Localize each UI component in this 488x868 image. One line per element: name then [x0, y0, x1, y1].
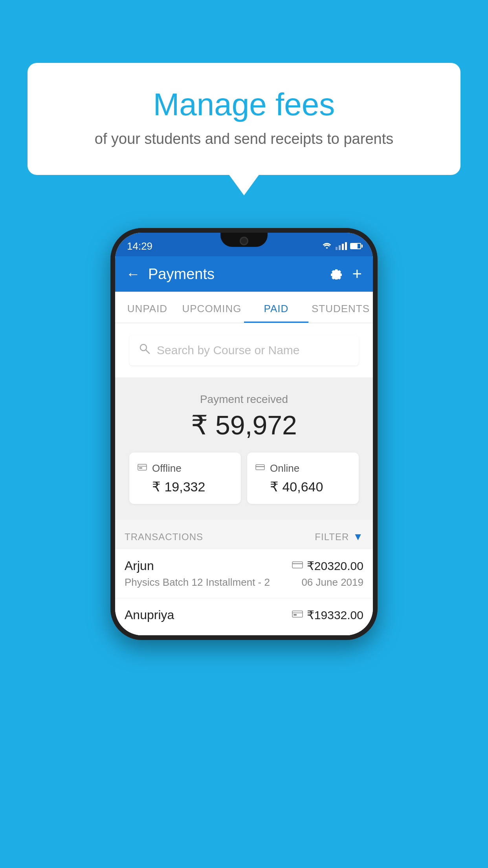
- signal-icon: [336, 242, 347, 250]
- transactions-header: TRANSACTIONS FILTER ▼: [115, 521, 373, 549]
- offline-payment-icon: [292, 609, 303, 621]
- search-bar[interactable]: Search by Course or Name: [129, 335, 359, 366]
- phone-screen: 14:29: [115, 233, 373, 635]
- header-title: Payments: [148, 266, 321, 283]
- online-amount: ₹ 40,640: [270, 479, 351, 495]
- battery-icon: [350, 243, 361, 249]
- offline-label: Offline: [152, 462, 182, 474]
- settings-icon[interactable]: [328, 265, 343, 283]
- svg-rect-9: [292, 611, 303, 617]
- header-actions: +: [328, 265, 362, 283]
- offline-amount: ₹ 19,332: [152, 479, 233, 495]
- filter-label: FILTER: [315, 531, 349, 542]
- svg-rect-2: [138, 464, 147, 470]
- tab-paid[interactable]: PAID: [244, 292, 308, 323]
- tab-unpaid[interactable]: UNPAID: [115, 292, 180, 323]
- front-camera: [240, 237, 248, 245]
- online-payment-card: Online ₹ 40,640: [247, 452, 359, 504]
- bubble-subtitle: of your students and send receipts to pa…: [55, 131, 433, 147]
- transaction-item-arjun[interactable]: Arjun ₹20320.00 Physics Batch 12 Install…: [115, 549, 373, 598]
- svg-line-1: [146, 350, 150, 354]
- phone-frame: 14:29: [110, 228, 378, 640]
- status-icons: [321, 242, 361, 250]
- transaction-amount: ₹19332.00: [307, 608, 363, 622]
- svg-rect-11: [294, 614, 297, 616]
- transaction-name: Anupriya: [125, 608, 174, 622]
- transactions-label: TRANSACTIONS: [125, 531, 203, 542]
- online-payment-icon: [292, 560, 303, 572]
- status-time: 14:29: [127, 240, 152, 252]
- app-header: ← Payments +: [115, 256, 373, 292]
- payment-label: Payment received: [123, 393, 365, 406]
- filter-icon: ▼: [353, 531, 363, 543]
- transaction-amount-wrap: ₹19332.00: [292, 608, 363, 622]
- transaction-date: 06 June 2019: [301, 576, 363, 588]
- svg-rect-7: [292, 562, 303, 568]
- tab-students[interactable]: STUDENTS: [308, 292, 373, 323]
- add-icon[interactable]: +: [352, 265, 362, 283]
- payment-received-section: Payment received ₹ 59,972 Offline: [115, 377, 373, 520]
- side-button-power: [376, 327, 378, 378]
- search-icon: [139, 343, 150, 358]
- bubble-title: Manage fees: [55, 86, 433, 123]
- tab-upcoming[interactable]: UPCOMING: [180, 292, 244, 323]
- svg-rect-5: [256, 465, 264, 470]
- speech-bubble: Manage fees of your students and send re…: [28, 63, 460, 175]
- search-placeholder: Search by Course or Name: [157, 344, 300, 357]
- phone-notch: [220, 233, 268, 247]
- svg-rect-4: [139, 467, 142, 469]
- payment-total-amount: ₹ 59,972: [123, 410, 365, 441]
- battery-fill: [351, 244, 358, 248]
- transaction-name: Arjun: [125, 559, 154, 573]
- payment-cards: Offline ₹ 19,332 Online: [123, 452, 365, 504]
- online-label: Online: [270, 462, 299, 474]
- side-button-vol-down: [110, 347, 112, 386]
- transaction-item-anupriya[interactable]: Anupriya ₹19332.00: [115, 598, 373, 635]
- offline-icon: [137, 462, 147, 475]
- wifi-icon: [321, 242, 332, 250]
- transaction-course: Physics Batch 12 Installment - 2: [125, 576, 270, 588]
- online-icon: [255, 462, 265, 475]
- transaction-amount-wrap: ₹20320.00: [292, 559, 363, 573]
- filter-button[interactable]: FILTER ▼: [315, 531, 363, 543]
- tabs: UNPAID UPCOMING PAID STUDENTS: [115, 292, 373, 323]
- offline-payment-card: Offline ₹ 19,332: [129, 452, 241, 504]
- back-button[interactable]: ←: [126, 266, 140, 282]
- side-button-vol-up: [110, 311, 112, 335]
- svg-point-0: [140, 344, 147, 351]
- transaction-amount: ₹20320.00: [307, 559, 363, 573]
